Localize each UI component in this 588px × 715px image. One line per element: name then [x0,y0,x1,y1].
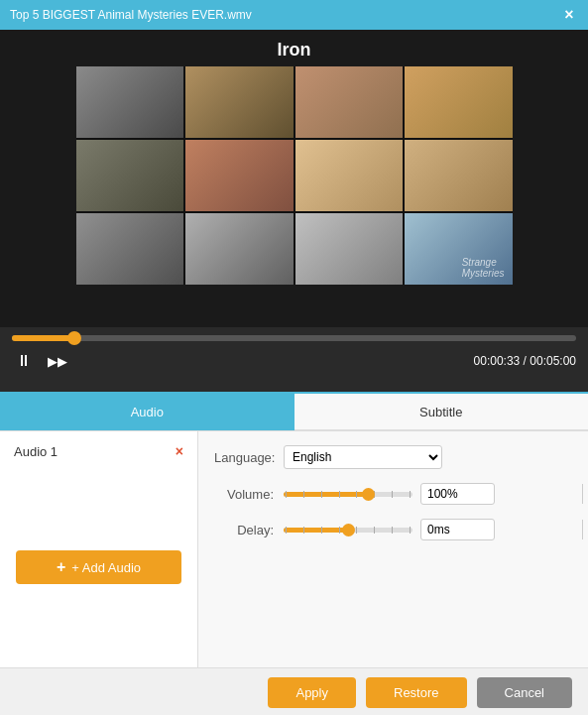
tab-subtitle[interactable]: Subtitle [294,394,589,430]
mosaic-cell [76,140,184,211]
audio-list-panel: Audio 1 × + + Add Audio [0,431,198,667]
delay-up-arrow[interactable]: ▲ [583,520,588,530]
restore-button[interactable]: Restore [366,677,467,708]
video-container: Iron StrangeMysteries [0,30,588,327]
volume-slider-thumb[interactable] [362,488,375,501]
volume-control: ▲ ▼ [284,483,572,505]
fast-forward-button[interactable]: ▶▶ [46,349,69,373]
delay-value-input[interactable] [421,520,582,539]
video-mosaic [76,66,513,285]
progress-thumb[interactable] [67,331,81,345]
window-title: Top 5 BIGGEST Animal Mysteries EVER.wmv [10,8,252,22]
progress-bar[interactable] [12,335,576,341]
delay-row: Delay: [214,519,572,540]
mosaic-cell [405,66,513,138]
volume-slider-track[interactable] [284,492,412,497]
delay-spinner-arrows: ▲ ▼ [582,520,588,539]
mosaic-cell [185,140,294,211]
title-bar: Top 5 BIGGEST Animal Mysteries EVER.wmv … [0,0,588,30]
mosaic-cell [185,213,294,285]
audio-item-label: Audio 1 [14,444,58,459]
video-frame: StrangeMysteries [76,66,513,285]
volume-row: Volume: [214,483,572,505]
add-audio-button[interactable]: + + Add Audio [16,550,181,584]
total-time: 00:05:00 [529,354,576,368]
action-bar: Apply Restore Cancel [0,667,588,715]
mosaic-cell [405,140,513,211]
time-display: 00:00:33 / 00:05:00 [474,354,576,368]
delay-slider-track[interactable] [284,528,412,533]
add-audio-label: + Add Audio [71,560,141,575]
volume-down-arrow[interactable]: ▼ [583,494,588,504]
mosaic-cell [185,66,294,138]
video-title: Iron [0,30,588,66]
controls-row: ⏸ ▶▶ 00:00:33 / 00:05:00 [12,349,576,373]
delay-spinner[interactable]: ▲ ▼ [420,519,495,540]
delay-control: ▲ ▼ [284,519,572,540]
apply-button[interactable]: Apply [268,677,356,708]
mosaic-cell [295,140,404,211]
volume-value-input[interactable] [421,484,582,504]
progress-fill [12,335,74,341]
delay-slider-thumb[interactable] [342,524,355,536]
video-watermark: StrangeMysteries [462,257,505,279]
language-row: Language: English French Spanish German … [214,445,572,469]
volume-spinner[interactable]: ▲ ▼ [420,483,495,505]
mosaic-cell [295,213,404,285]
player-controls: ⏸ ▶▶ 00:00:33 / 00:05:00 [0,327,588,392]
plus-icon: + [57,558,65,576]
volume-spinner-arrows: ▲ ▼ [582,484,588,504]
volume-label: Volume: [214,487,274,502]
volume-ticks [284,492,412,497]
mosaic-cell [76,213,184,285]
tab-content: Audio 1 × + + Add Audio Language: Englis… [0,431,588,667]
audio-settings-panel: Language: English French Spanish German … [198,431,588,667]
delay-down-arrow[interactable]: ▼ [583,530,588,539]
mosaic-cell [295,66,404,138]
close-button[interactable]: × [560,6,578,24]
language-select[interactable]: English French Spanish German Japanese [284,445,442,469]
current-time: 00:00:33 [474,354,521,368]
volume-up-arrow[interactable]: ▲ [583,484,588,494]
language-label: Language: [214,450,274,465]
language-control: English French Spanish German Japanese [284,445,572,469]
delay-label: Delay: [214,523,274,537]
mosaic-cell [76,66,184,138]
audio-item: Audio 1 × [8,439,189,463]
tab-bar: Audio Subtitle [0,394,588,431]
bottom-panel: Audio Subtitle Audio 1 × + + Add Audio L… [0,392,588,715]
controls-left: ⏸ ▶▶ [12,349,69,373]
pause-button[interactable]: ⏸ [12,349,36,373]
audio-item-remove-button[interactable]: × [176,443,183,459]
tab-audio[interactable]: Audio [0,394,294,430]
cancel-button[interactable]: Cancel [477,677,572,708]
